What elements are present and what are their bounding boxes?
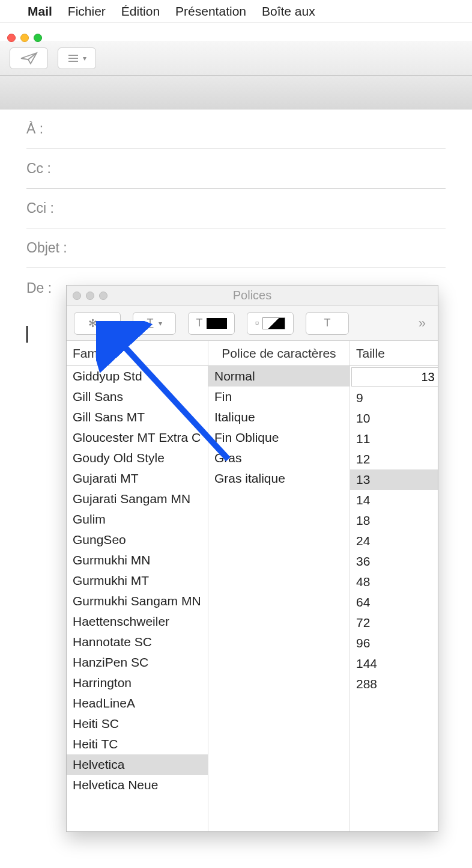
- chevron-down-icon: ▾: [83, 54, 86, 63]
- strike-button[interactable]: T: [306, 312, 349, 335]
- size-item[interactable]: 10: [350, 408, 438, 429]
- to-field[interactable]: À :: [26, 109, 446, 149]
- subject-label: Objet :: [26, 240, 67, 256]
- size-item[interactable]: 11: [350, 429, 438, 449]
- family-item[interactable]: Hannotate SC: [67, 632, 208, 652]
- menu-fichier[interactable]: Fichier: [68, 4, 106, 19]
- style-item[interactable]: Italique: [208, 407, 349, 427]
- size-item[interactable]: 13: [350, 469, 438, 490]
- size-item[interactable]: 12: [350, 449, 438, 469]
- menubar: Mail Fichier Édition Présentation Boîte …: [0, 0, 472, 23]
- to-label: À :: [26, 121, 43, 137]
- size-item[interactable]: 96: [350, 633, 438, 653]
- size-item[interactable]: 9: [350, 388, 438, 408]
- fonts-body: Giddyup StdGill SansGill Sans MTGloucest…: [67, 366, 438, 831]
- family-item[interactable]: HanziPen SC: [67, 652, 208, 673]
- family-item[interactable]: Gujarati MT: [67, 468, 208, 489]
- family-item[interactable]: Gill Sans: [67, 387, 208, 407]
- family-item[interactable]: Gloucester MT Extra C: [67, 427, 208, 448]
- size-item[interactable]: 288: [350, 674, 438, 694]
- cc-label: Cc :: [26, 160, 51, 177]
- style-item[interactable]: Gras italique: [208, 468, 349, 489]
- text-color-swatch: [207, 318, 227, 329]
- family-item[interactable]: GungSeo: [67, 530, 208, 550]
- chevron-down-icon: ▾: [103, 319, 107, 328]
- from-label: De :: [26, 280, 52, 296]
- document-color-button[interactable]: ▫: [247, 312, 294, 335]
- size-item[interactable]: 36: [350, 551, 438, 572]
- header-family[interactable]: Famille: [67, 341, 208, 365]
- size-item[interactable]: 64: [350, 592, 438, 613]
- cc-field[interactable]: Cc :: [26, 149, 446, 189]
- chevron-double-right-icon: »: [419, 316, 426, 331]
- header-style[interactable]: Police de caractères: [208, 341, 350, 365]
- fonts-titlebar: Polices: [67, 286, 438, 306]
- overflow-button[interactable]: »: [414, 316, 431, 331]
- menu-edition[interactable]: Édition: [121, 4, 160, 19]
- style-item[interactable]: Fin: [208, 387, 349, 407]
- close-button[interactable]: [7, 34, 16, 42]
- family-item[interactable]: Heiti SC: [67, 714, 208, 734]
- family-item[interactable]: Gurmukhi Sangam MN: [67, 591, 208, 611]
- style-item[interactable]: Gras: [208, 448, 349, 468]
- subject-field[interactable]: Objet :: [26, 228, 446, 268]
- chevron-down-icon: ▾: [159, 319, 162, 328]
- family-item[interactable]: Goudy Old Style: [67, 448, 208, 468]
- traffic-lights: [7, 34, 42, 42]
- paper-plane-icon: [20, 52, 38, 65]
- style-list[interactable]: NormalFinItaliqueFin ObliqueGrasGras ita…: [208, 366, 350, 831]
- minimize-button[interactable]: [20, 34, 29, 42]
- text-color-icon: T: [196, 317, 203, 329]
- compose-fields: À : Cc : Cci : Objet : De :: [0, 109, 472, 308]
- underline-dropdown[interactable]: T ▾: [133, 312, 176, 335]
- family-item[interactable]: Helvetica: [67, 754, 208, 775]
- size-item[interactable]: 14: [350, 490, 438, 510]
- fonts-title: Polices: [67, 289, 438, 302]
- fonts-action-menu[interactable]: ✻ ▾: [74, 312, 121, 335]
- document-icon: ▫: [255, 317, 259, 329]
- style-item[interactable]: Normal: [208, 366, 349, 387]
- underline-icon: T: [147, 317, 154, 329]
- compose-toolbar-pad: [0, 76, 472, 109]
- style-item[interactable]: Fin Oblique: [208, 427, 349, 448]
- size-item[interactable]: 18: [350, 510, 438, 531]
- size-input[interactable]: [351, 367, 438, 387]
- family-item[interactable]: Helvetica Neue: [67, 775, 208, 795]
- size-item[interactable]: 48: [350, 572, 438, 592]
- zoom-button[interactable]: [34, 34, 42, 42]
- size-item[interactable]: 144: [350, 653, 438, 674]
- size-list[interactable]: 9101112131418243648647296144288: [350, 388, 438, 831]
- bcc-field[interactable]: Cci :: [26, 189, 446, 228]
- fonts-panel: Polices ✻ ▾ T ▾ T ▫ T » Famille Police d…: [66, 285, 438, 832]
- menubar-app[interactable]: Mail: [28, 4, 52, 19]
- family-item[interactable]: Giddyup Std: [67, 366, 208, 387]
- headers-dropdown[interactable]: ▾: [58, 47, 96, 69]
- family-item[interactable]: Gurmukhi MN: [67, 550, 208, 570]
- family-item[interactable]: Gulim: [67, 509, 208, 530]
- family-item[interactable]: Gujarati Sangam MN: [67, 489, 208, 509]
- menu-boite[interactable]: Boîte aux: [262, 4, 315, 19]
- compose-toolbar: ▾: [0, 41, 472, 76]
- document-color-swatch: [262, 317, 285, 329]
- strike-icon: T: [324, 317, 331, 329]
- size-item[interactable]: 72: [350, 613, 438, 633]
- family-item[interactable]: HeadLineA: [67, 693, 208, 714]
- send-button[interactable]: [10, 47, 48, 69]
- family-item[interactable]: Gill Sans MT: [67, 407, 208, 427]
- text-caret: [26, 326, 28, 343]
- header-size[interactable]: Taille: [350, 341, 435, 365]
- list-icon: [67, 53, 79, 63]
- bcc-label: Cci :: [26, 200, 54, 216]
- family-item[interactable]: Haettenschweiler: [67, 611, 208, 632]
- family-item[interactable]: Heiti TC: [67, 734, 208, 754]
- text-color-button[interactable]: T: [188, 312, 235, 335]
- family-list[interactable]: Giddyup StdGill SansGill Sans MTGloucest…: [67, 366, 208, 831]
- fonts-toolbar: ✻ ▾ T ▾ T ▫ T »: [67, 306, 438, 341]
- gear-icon: ✻: [88, 317, 97, 330]
- menu-presentation[interactable]: Présentation: [175, 4, 246, 19]
- fonts-headers: Famille Police de caractères Taille: [67, 341, 438, 366]
- family-item[interactable]: Harrington: [67, 673, 208, 693]
- size-item[interactable]: 24: [350, 531, 438, 551]
- compose-titlebar: [0, 29, 472, 41]
- family-item[interactable]: Gurmukhi MT: [67, 570, 208, 591]
